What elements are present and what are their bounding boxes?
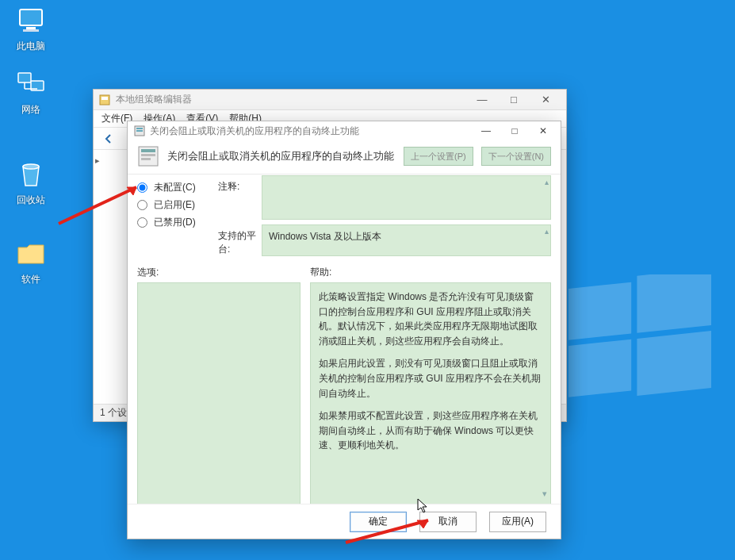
help-label: 帮助: xyxy=(310,266,331,279)
folder-icon xyxy=(15,238,47,270)
svg-rect-4 xyxy=(20,10,42,25)
desktop-icon-label: 此电脑 xyxy=(3,40,59,53)
options-pane[interactable] xyxy=(137,282,301,504)
svg-rect-1 xyxy=(637,274,711,333)
comment-textbox[interactable]: ▴ xyxy=(262,175,551,220)
recycle-bin-icon xyxy=(15,159,47,190)
help-pane[interactable]: 此策略设置指定 Windows 是否允许没有可见顶级窗口的控制台应用程序和 GU… xyxy=(310,282,551,504)
help-paragraph: 如果禁用或不配置此设置，则这些应用程序将在关机期间自动终止，从而有助于确保 Wi… xyxy=(319,408,542,453)
dialog-button-bar: 确定 取消 应用(A) xyxy=(128,504,561,539)
prev-setting-button[interactable]: 上一个设置(P) xyxy=(404,147,473,166)
svg-rect-3 xyxy=(637,331,711,396)
policy-dialog: 关闭会阻止或取消关机的应用程序的自动终止功能 — □ ✕ 关闭会阻止或取消关机的… xyxy=(127,121,561,539)
svg-rect-20 xyxy=(141,158,151,160)
svg-rect-7 xyxy=(18,73,31,82)
desktop-icon-label: 网络 xyxy=(3,103,59,117)
pc-icon xyxy=(15,5,47,36)
scroll-down-icon[interactable]: ▾ xyxy=(542,487,547,501)
supported-label: 支持的平台: xyxy=(218,224,262,256)
state-radio-group: 未配置(C) 已启用(E) 已禁用(D) xyxy=(137,175,218,231)
scroll-up-icon[interactable]: ▴ xyxy=(545,178,549,186)
svg-rect-2 xyxy=(568,339,631,397)
policy-large-icon xyxy=(137,145,159,167)
ok-button[interactable]: 确定 xyxy=(350,512,407,532)
scroll-up-icon[interactable]: ▴ xyxy=(545,227,549,236)
gpe-titlebar[interactable]: 本地组策略编辑器 — □ ✕ xyxy=(94,90,566,110)
windows-logo-watermark xyxy=(568,274,711,417)
desktop-icon-recycle-bin[interactable]: 回收站 xyxy=(3,159,59,207)
gpe-close-button[interactable]: ✕ xyxy=(530,90,561,109)
desktop-icon-label: 回收站 xyxy=(3,194,59,207)
desktop-icon-this-pc[interactable]: 此电脑 xyxy=(3,5,59,53)
desktop-icon-network[interactable]: 网络 xyxy=(3,68,59,117)
radio-not-configured[interactable]: 未配置(C) xyxy=(137,178,218,196)
help-paragraph: 如果启用此设置，则没有可见顶级窗口且阻止或取消关机的控制台应用程序或 GUI 应… xyxy=(319,356,542,401)
radio-disabled-input[interactable] xyxy=(137,217,147,228)
svg-rect-0 xyxy=(568,282,631,340)
mouse-cursor-icon xyxy=(417,498,430,514)
gpe-minimize-button[interactable]: — xyxy=(466,90,498,109)
radio-not-configured-input[interactable] xyxy=(137,182,147,193)
help-paragraph: 此策略设置指定 Windows 是否允许没有可见顶级窗口的控制台应用程序和 GU… xyxy=(319,290,542,348)
comment-label: 注释: xyxy=(218,175,262,194)
desktop-icon-folder-software[interactable]: 软件 xyxy=(3,238,59,286)
dialog-minimize-button[interactable]: — xyxy=(472,122,500,140)
svg-point-11 xyxy=(23,164,39,169)
options-label: 选项: xyxy=(137,266,310,279)
svg-rect-6 xyxy=(23,29,39,32)
dialog-close-button[interactable]: ✕ xyxy=(529,122,557,140)
radio-enabled-input[interactable] xyxy=(137,200,147,210)
gpe-app-icon xyxy=(98,94,111,106)
desktop-icon-label: 软件 xyxy=(3,273,59,286)
dialog-header: 关闭会阻止或取消关机的应用程序的自动终止功能 上一个设置(P) 下一个设置(N) xyxy=(128,140,561,175)
toolbar-back-button[interactable] xyxy=(100,130,117,148)
policy-item-icon xyxy=(134,125,145,136)
radio-label: 已启用(E) xyxy=(154,198,195,212)
dialog-title-text: 关闭会阻止或取消关机的应用程序的自动终止功能 xyxy=(150,125,472,138)
dialog-content: 未配置(C) 已启用(E) 已禁用(D) 注释: ▴ xyxy=(128,171,561,504)
next-setting-button[interactable]: 下一个设置(N) xyxy=(481,147,551,166)
radio-enabled[interactable]: 已启用(E) xyxy=(137,196,218,213)
svg-rect-18 xyxy=(141,149,155,152)
gpe-title-text: 本地组策略编辑器 xyxy=(116,93,466,106)
svg-rect-5 xyxy=(26,27,36,29)
policy-name-text: 关闭会阻止或取消关机的应用程序的自动终止功能 xyxy=(167,149,396,163)
radio-disabled[interactable]: 已禁用(D) xyxy=(137,213,218,231)
svg-rect-19 xyxy=(141,154,155,156)
svg-rect-15 xyxy=(136,128,143,129)
svg-rect-13 xyxy=(101,97,108,100)
cancel-button[interactable]: 取消 xyxy=(419,512,477,532)
gpe-tree-pane[interactable]: ▸ xyxy=(94,152,128,404)
dialog-titlebar[interactable]: 关闭会阻止或取消关机的应用程序的自动终止功能 — □ ✕ xyxy=(128,121,561,140)
supported-platform-text: Windows Vista 及以上版本 xyxy=(269,231,381,242)
gpe-maximize-button[interactable]: □ xyxy=(498,90,530,109)
svg-rect-16 xyxy=(136,130,143,132)
radio-label: 已禁用(D) xyxy=(154,216,196,229)
supported-platform-box: Windows Vista 及以上版本 ▴ xyxy=(262,224,551,256)
dialog-maximize-button[interactable]: □ xyxy=(500,122,529,140)
radio-label: 未配置(C) xyxy=(154,181,196,194)
apply-button[interactable]: 应用(A) xyxy=(489,512,546,532)
network-icon xyxy=(15,68,47,100)
tree-chevron-icon[interactable]: ▸ xyxy=(95,155,100,165)
